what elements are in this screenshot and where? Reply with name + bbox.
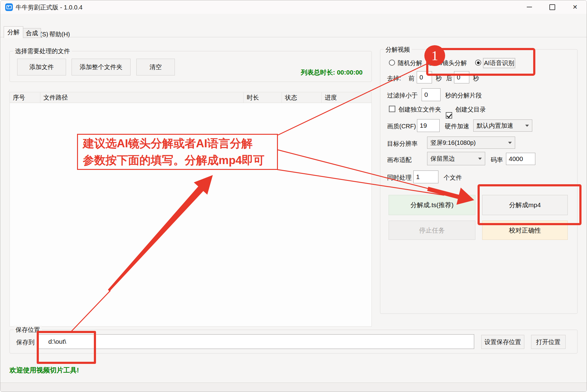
trim-front-input[interactable] xyxy=(417,71,432,83)
filter-input[interactable] xyxy=(422,88,441,101)
crf-label: 画质(CRF) xyxy=(387,122,416,130)
annotation-note-line2: 参数按下面的填写。分解成mp4即可 xyxy=(83,152,272,169)
trim-back-input[interactable] xyxy=(454,71,469,83)
radio-ai-speech-label[interactable]: AI语音识别 xyxy=(484,59,514,67)
close-icon: ✕ xyxy=(573,4,578,10)
resolution-select[interactable]: 竖屏9:16(1080p) xyxy=(427,137,515,149)
trim-back-label: 后 xyxy=(446,74,452,82)
checkbox-parent-dir[interactable] xyxy=(446,112,452,119)
concurrent-input[interactable] xyxy=(413,170,438,183)
trim-sec2-label: 秒 xyxy=(473,74,479,82)
open-location-button[interactable]: 打开位置 xyxy=(531,335,566,349)
crf-input[interactable] xyxy=(417,119,440,132)
bitrate-label: 码率 xyxy=(491,156,503,164)
save-path-input[interactable] xyxy=(38,334,474,349)
total-duration-label: 列表总时长: xyxy=(301,69,335,76)
hw-select[interactable]: 默认内置加速 xyxy=(473,119,532,132)
chevron-down-icon xyxy=(478,158,482,160)
split-video-group-title: 分解视频 xyxy=(384,46,412,54)
title-bar: 牛牛剪剧正式版 - 1.0.0.4 ✕ xyxy=(0,0,587,14)
bitrate-input[interactable] xyxy=(506,153,535,165)
save-to-label: 保存到 xyxy=(16,338,35,346)
verify-button[interactable]: 校对正确性 xyxy=(482,221,568,240)
tab-merge[interactable]: 合成 xyxy=(23,28,41,38)
close-button[interactable]: ✕ xyxy=(566,0,584,14)
add-folder-button[interactable]: 添加整个文件夹 xyxy=(72,59,131,75)
trim-front-label: 前 xyxy=(408,74,415,82)
clear-button[interactable]: 清空 xyxy=(136,59,175,75)
resolution-label: 目标分辨率 xyxy=(387,140,418,148)
col-progress[interactable]: 进度 xyxy=(322,92,371,103)
add-file-button[interactable]: 添加文件 xyxy=(17,59,66,75)
annotation-note: 建议选AI镜头分解或者AI语言分解 参数按下面的填写。分解成mp4即可 xyxy=(77,134,278,170)
split-ts-button[interactable]: 分解成.ts(推荐) xyxy=(389,195,475,215)
minimize-button[interactable] xyxy=(520,0,538,14)
checkbox-separate-folder-label[interactable]: 创建独立文件夹 xyxy=(398,105,441,114)
file-table-header: 序号 文件路径 时长 状态 进度 xyxy=(10,92,371,103)
canvas-select-value: 保留黑边 xyxy=(430,155,455,163)
menu-bar: 文件(F) 设置(S) 帮助(H) xyxy=(0,14,587,27)
window-title: 牛牛剪剧正式版 - 1.0.0.4 xyxy=(16,3,83,12)
canvas-label: 画布适配 xyxy=(387,156,412,164)
total-duration: 列表总时长: 00:00:00 xyxy=(285,68,363,77)
radio-random[interactable] xyxy=(389,60,395,66)
chevron-down-icon xyxy=(525,125,529,127)
resolution-select-value: 竖屏9:16(1080p) xyxy=(430,139,476,147)
concurrent-suffix: 个文件 xyxy=(444,174,462,182)
welcome-text: 欢迎使用视频切片工具! xyxy=(9,366,79,375)
save-location-group-title: 保存位置 xyxy=(14,326,42,334)
trim-label: 去掉: xyxy=(387,74,401,82)
annotation-badge-1: 1 xyxy=(424,45,445,66)
chevron-down-icon xyxy=(508,142,512,144)
filter-suffix: 秒的分解片段 xyxy=(445,91,482,100)
stop-task-button[interactable]: 停止任务 xyxy=(389,221,475,240)
maximize-icon xyxy=(549,4,555,10)
annotation-note-line1: 建议选AI镜头分解或者AI语言分解 xyxy=(83,135,272,152)
filter-label: 过滤掉小于 xyxy=(387,91,418,100)
canvas-select[interactable]: 保留黑边 xyxy=(427,152,485,165)
radio-random-label[interactable]: 随机分解 xyxy=(398,59,422,67)
set-save-location-button[interactable]: 设置保存位置 xyxy=(481,335,524,349)
tab-split[interactable]: 分解 xyxy=(4,26,23,38)
minimize-icon xyxy=(527,7,532,7)
status-bar: 就绪 牛牛剪剧正式版 v1.0.0.4 xyxy=(0,383,587,392)
tab-strip-divider xyxy=(0,37,587,37)
maximize-button[interactable] xyxy=(543,0,561,14)
col-index[interactable]: 序号 xyxy=(10,92,40,103)
checkbox-separate-folder[interactable] xyxy=(389,106,395,112)
concurrent-label: 同时处理 xyxy=(387,174,412,182)
split-mp4-button[interactable]: 分解成mp4 xyxy=(482,195,568,215)
col-path[interactable]: 文件路径 xyxy=(40,92,244,103)
app-window: 牛牛剪剧正式版 - 1.0.0.4 ✕ 文件(F) 设置(S) 帮助(H) 分解… xyxy=(0,0,587,392)
app-icon xyxy=(5,3,13,11)
total-duration-value: 00:00:00 xyxy=(337,69,363,76)
col-duration[interactable]: 时长 xyxy=(244,92,282,103)
radio-ai-speech[interactable] xyxy=(475,60,481,66)
col-status[interactable]: 状态 xyxy=(282,92,322,103)
hw-select-value: 默认内置加速 xyxy=(477,122,513,130)
trim-sec1-label: 秒 xyxy=(436,74,442,82)
hw-label: 硬件加速 xyxy=(445,122,469,130)
file-select-group-title: 选择需要处理的文件 xyxy=(13,47,72,55)
checkbox-parent-dir-label[interactable]: 创建父目录 xyxy=(455,105,486,114)
menu-help[interactable]: 帮助(H) xyxy=(48,30,71,39)
file-table: 序号 文件路径 时长 状态 进度 xyxy=(9,92,372,327)
